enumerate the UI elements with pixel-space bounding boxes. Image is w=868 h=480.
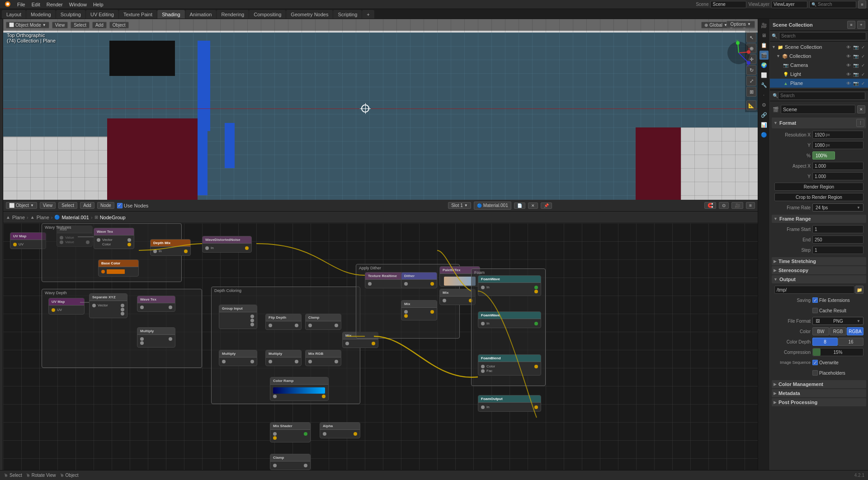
res-x-value[interactable]: 1920 px	[812, 131, 863, 139]
prop-icon-data[interactable]: 📊	[760, 120, 769, 129]
tab-geometry-nodes[interactable]: Geometry Nodes	[286, 10, 333, 19]
light-cam[interactable]: 📷	[853, 71, 859, 77]
node-mix-rgb1[interactable]: Multiply	[265, 350, 302, 366]
frame-rate-dropdown[interactable]: 24 fps ▼	[812, 203, 863, 212]
camera-cam[interactable]: 📷	[853, 62, 859, 68]
node-multiply1[interactable]: Multiply	[137, 327, 175, 348]
node-overlay2-btn[interactable]: ≡	[746, 202, 755, 209]
node-color-ramp[interactable]: Color Ramp	[270, 377, 329, 401]
add-menu-btn[interactable]: Add	[92, 22, 107, 28]
menu-blender[interactable]	[2, 0, 14, 9]
file-format-dropdown[interactable]: 🖼 PNG ▼	[812, 317, 863, 325]
color-rgb-btn[interactable]: RGB	[830, 327, 846, 335]
node-dither[interactable]: Dither	[401, 272, 437, 288]
viewport-tool-scale[interactable]: ⤢	[746, 76, 756, 86]
tree-item-camera[interactable]: 📷 Camera 👁 📷 ✓	[770, 61, 868, 70]
output-path-input[interactable]	[774, 286, 854, 294]
node-mix-dither[interactable]: Mix	[401, 300, 437, 320]
properties-search-input[interactable]	[778, 92, 865, 100]
tab-animation[interactable]: Animation	[185, 10, 217, 19]
node-base-color[interactable]: Base Color	[98, 259, 139, 277]
scene-collection-eye[interactable]: 👁	[845, 44, 852, 50]
node-uv-map[interactable]: UV Map UV	[10, 232, 46, 249]
top-search-input[interactable]	[818, 2, 854, 7]
tab-rendering[interactable]: Rendering	[217, 10, 249, 19]
node-wave-tex[interactable]: Wave Tex Vector Color	[94, 228, 134, 249]
tab-plus[interactable]: +	[362, 10, 374, 19]
res-y-value[interactable]: 1080 px	[812, 141, 863, 149]
menu-edit[interactable]: Edit	[29, 1, 43, 8]
depth-8-btn[interactable]: 8	[812, 338, 838, 346]
color-mgmt-header[interactable]: ▶ Color Management	[772, 380, 866, 388]
aspect-x-value[interactable]: 1.000	[812, 162, 863, 170]
breadcrumb-plane2[interactable]: Plane	[37, 215, 49, 220]
depth-16-btn[interactable]: 16	[838, 338, 863, 346]
viewport-tool-rotate[interactable]: ↻	[746, 65, 756, 75]
node-view-menu[interactable]: View	[40, 202, 56, 209]
frame-end-value[interactable]: 250	[812, 235, 863, 244]
frame-step-value[interactable]: 1	[812, 246, 863, 254]
tab-texture-paint[interactable]: Texture Paint	[119, 10, 157, 19]
render-region-btn[interactable]: Render Region	[774, 183, 863, 191]
prop-icon-particles[interactable]: ·	[760, 90, 769, 99]
scene-collection-cam[interactable]: 📷	[853, 44, 859, 50]
scene-field[interactable]	[710, 1, 746, 8]
node-overlay-btn[interactable]: ⊙	[719, 202, 729, 209]
viewport-canvas[interactable]	[3, 19, 758, 200]
node-wave-distorted[interactable]: WaveDistortedNoise In	[202, 236, 252, 253]
overwrite-checkbox[interactable]: ✓	[812, 360, 818, 365]
node-foam-big1[interactable]: FoamBlend Color Fac	[478, 354, 541, 376]
aspect-y-value[interactable]: 1.000	[812, 172, 863, 180]
scene-collection-sel[interactable]: ✓	[860, 44, 866, 50]
menu-render[interactable]: Render	[44, 1, 66, 8]
options-button[interactable]: Options ▼	[726, 21, 755, 28]
node-group-input[interactable]: Group Input	[219, 305, 257, 329]
cache-result-checkbox[interactable]	[812, 308, 818, 313]
node-sep-xyz[interactable]: Separate XYZ Vector	[89, 293, 127, 318]
crop-btn[interactable]: Crop to Render Region	[774, 193, 863, 201]
material-x-btn[interactable]: ✕	[528, 202, 538, 209]
node-render-btn[interactable]: 🎥	[731, 202, 743, 209]
viewport-area[interactable]: ⬜ Object Mode ▼ View Select Add Object ⊕…	[3, 19, 758, 200]
light-eye[interactable]: 👁	[845, 71, 852, 77]
frame-range-header[interactable]: ▼ Frame Range	[772, 215, 866, 223]
prop-icon-modifiers[interactable]: 🔧	[760, 80, 769, 89]
output-folder-btn[interactable]: 📁	[855, 286, 863, 294]
prop-icon-physics[interactable]: ⚙	[760, 100, 769, 109]
node-mix-dout[interactable]: Mix	[439, 289, 476, 305]
node-add-menu[interactable]: Add	[80, 202, 94, 209]
output-section-header[interactable]: ▼ Output	[772, 275, 866, 283]
camera-check[interactable]: ✓	[860, 62, 866, 68]
prop-icon-output[interactable]: 🖥	[760, 31, 769, 40]
tab-shading[interactable]: Shading	[157, 10, 184, 19]
breadcrumb-nodegroup[interactable]: NodeGroup	[100, 215, 126, 220]
node-mix-water[interactable]: Mix Shader	[270, 422, 311, 442]
node-multiply2[interactable]: Multiply	[219, 350, 257, 366]
node-uv-map2[interactable]: UV Map UV	[48, 298, 85, 315]
breadcrumb-material[interactable]: Material.001	[61, 215, 89, 220]
viewport-gizmo[interactable]: X Y Z	[725, 39, 752, 66]
prop-icon-world[interactable]: 🌍	[760, 61, 769, 70]
tree-item-plane[interactable]: ▲ Plane 👁 📷 ✓	[770, 79, 868, 88]
snap-nodes-btn[interactable]: 🧲	[704, 202, 716, 209]
prop-icon-scene[interactable]: 🎬	[760, 51, 769, 60]
collection-cam[interactable]: 📷	[853, 53, 859, 59]
viewlayer-field[interactable]	[771, 1, 807, 8]
prop-icon-object[interactable]: ⬜	[760, 71, 769, 80]
menu-file[interactable]: File	[14, 1, 28, 8]
tree-item-collection[interactable]: ▼ 📦 Collection 👁 📷 ✓	[770, 52, 868, 61]
viewport-tool-transform[interactable]: ⊞	[746, 87, 756, 97]
scene-name-input[interactable]	[781, 105, 855, 114]
post-processing-header[interactable]: ▶ Post Processing	[772, 398, 866, 406]
node-alpha[interactable]: Alpha	[320, 422, 360, 438]
format-options-btn[interactable]: ⋮	[856, 119, 864, 127]
time-stretching-header[interactable]: ▶ Time Stretching	[772, 257, 866, 265]
tree-item-scene-collection[interactable]: ▼ 📁 Scene Collection 👁 📷 ✓	[770, 42, 868, 52]
node-depth-mix[interactable]: Depth Mix In	[150, 239, 191, 256]
menu-window[interactable]: Window	[66, 1, 90, 8]
pct-value[interactable]: 100%	[812, 151, 835, 160]
metadata-header[interactable]: ▶ Metadata	[772, 389, 866, 397]
node-flip-depth[interactable]: Flip Depth	[265, 314, 302, 330]
object-menu-btn[interactable]: Object	[109, 22, 129, 28]
tree-item-light[interactable]: 💡 Light 👁 📷 ✓	[770, 70, 868, 79]
